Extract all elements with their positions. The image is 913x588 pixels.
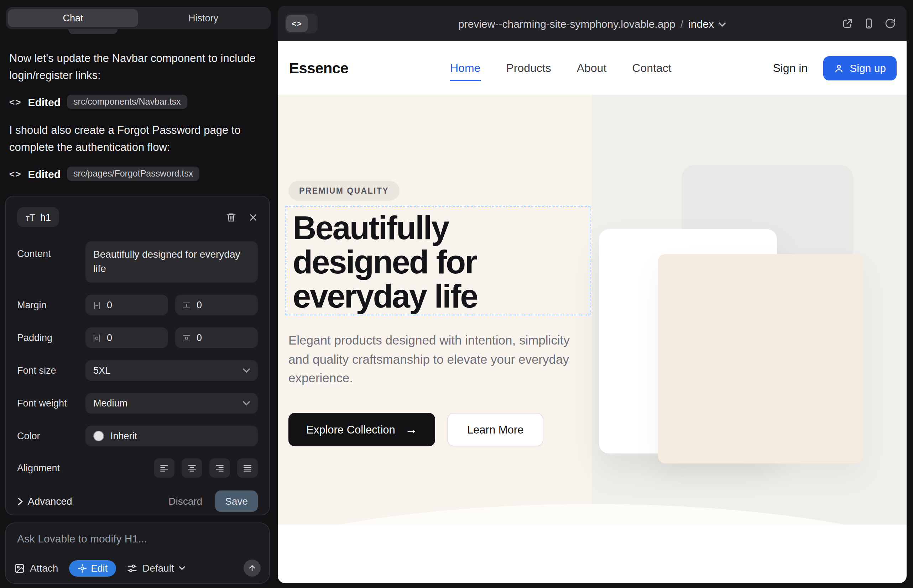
edited-file-row: <> Edited src/pages/ForgotPassword.tsx xyxy=(9,166,199,181)
align-right-button[interactable] xyxy=(209,459,230,478)
selected-element-outline[interactable]: Beautifully designed for everyday life xyxy=(286,206,590,315)
margin-horizontal-icon xyxy=(92,301,101,309)
font-size-select[interactable]: 5XL xyxy=(86,360,258,381)
padding-vertical-icon xyxy=(182,333,191,342)
align-justify-button[interactable] xyxy=(237,459,258,478)
site-brand[interactable]: Essence xyxy=(289,41,348,95)
content-input[interactable]: Beautifully designed for everyday life xyxy=(86,241,258,283)
chevron-down-icon xyxy=(179,566,186,570)
color-swatch xyxy=(93,431,104,441)
align-center-button[interactable] xyxy=(181,459,202,478)
url-path: index xyxy=(688,18,714,29)
refresh-icon[interactable] xyxy=(884,18,896,29)
text-size-icon: TT xyxy=(26,211,35,223)
url-separator: / xyxy=(680,18,683,29)
font-weight-label: Font weight xyxy=(17,398,86,409)
premium-badge: PREMIUM QUALITY xyxy=(288,181,400,201)
element-tag-label: h1 xyxy=(40,212,51,223)
app-root: Chat History Now let's update the Navbar… xyxy=(0,0,913,588)
element-tag-pill: TT h1 xyxy=(17,207,60,227)
margin-label: Margin xyxy=(17,300,86,310)
nav-link-products[interactable]: Products xyxy=(506,61,551,74)
color-label: Color xyxy=(17,431,86,441)
attach-button[interactable]: Attach xyxy=(14,562,58,574)
preview-browser-frame: <> preview--charming-site-symphony.lovab… xyxy=(278,6,907,583)
discard-button[interactable]: Discard xyxy=(168,496,202,507)
nav-link-home[interactable]: Home xyxy=(450,61,480,74)
alignment-label: Alignment xyxy=(17,463,86,473)
chat-history-tabs: Chat History xyxy=(6,7,270,29)
arrow-right-icon: → xyxy=(405,423,417,437)
padding-label: Padding xyxy=(17,333,86,343)
learn-more-button[interactable]: Learn More xyxy=(447,413,544,446)
chevron-down-icon xyxy=(243,401,250,406)
font-weight-select[interactable]: Medium xyxy=(86,393,258,414)
margin-x-input[interactable]: 0 xyxy=(86,295,168,315)
decorative-card-cream xyxy=(658,254,863,464)
chat-message: Now let's update the Navbar component to… xyxy=(9,50,271,83)
element-editor-panel: TT h1 Content Beautifully designed for e… xyxy=(5,196,270,515)
inspect-icon xyxy=(77,564,87,573)
tab-history[interactable]: History xyxy=(138,9,269,27)
nav-link-contact[interactable]: Contact xyxy=(632,61,671,74)
margin-y-input[interactable]: 0 xyxy=(175,295,258,315)
tab-chat[interactable]: Chat xyxy=(8,9,138,27)
nav-link-about[interactable]: About xyxy=(577,61,607,74)
chevron-down-icon xyxy=(243,368,250,373)
color-select[interactable]: Inherit xyxy=(86,426,258,446)
hero-subtext: Elegant products designed with intention… xyxy=(288,331,573,388)
delete-element-icon[interactable] xyxy=(226,212,236,223)
user-icon xyxy=(834,63,844,73)
url-bar[interactable]: preview--charming-site-symphony.lovable.… xyxy=(278,6,907,41)
content-label: Content xyxy=(17,241,86,259)
code-icon: <> xyxy=(9,168,21,179)
prompt-input[interactable] xyxy=(17,533,258,544)
padding-y-input[interactable]: 0 xyxy=(175,328,258,348)
send-button[interactable] xyxy=(244,559,261,577)
mobile-view-icon[interactable] xyxy=(863,18,874,29)
file-chip[interactable]: src/components/Navbar.tsx xyxy=(67,95,187,109)
site-navbar: Essence Home Products About Contact Sign… xyxy=(278,41,907,95)
hero-section: PREMIUM QUALITY Beautifully designed for… xyxy=(278,95,907,525)
code-icon: <> xyxy=(9,97,21,107)
sliders-icon xyxy=(127,563,138,573)
sign-in-link[interactable]: Sign in xyxy=(773,61,808,74)
site-viewport: Essence Home Products About Contact Sign… xyxy=(278,41,907,583)
image-icon xyxy=(14,563,25,573)
open-external-icon[interactable] xyxy=(842,18,853,29)
explore-collection-button[interactable]: Explore Collection → xyxy=(288,413,435,446)
margin-vertical-icon xyxy=(182,301,191,309)
font-size-label: Font size xyxy=(17,365,86,376)
file-chip[interactable]: src/pages/ForgotPassword.tsx xyxy=(67,166,199,181)
browser-chrome: <> preview--charming-site-symphony.lovab… xyxy=(278,6,907,41)
edited-label: Edited xyxy=(28,96,60,108)
padding-x-input[interactable]: 0 xyxy=(86,328,168,348)
save-button[interactable]: Save xyxy=(215,491,258,512)
url-host: preview--charming-site-symphony.lovable.… xyxy=(458,18,675,29)
edit-mode-button[interactable]: Edit xyxy=(69,560,116,576)
default-model-button[interactable]: Default xyxy=(127,562,186,574)
prompt-box: Attach Edit Default xyxy=(5,522,270,584)
chat-message: I should also create a Forgot Password p… xyxy=(9,122,271,155)
close-icon[interactable] xyxy=(249,213,258,222)
chevron-down-icon xyxy=(719,22,726,27)
edited-file-row: <> Edited src/components/Navbar.tsx xyxy=(9,95,187,109)
padding-horizontal-icon xyxy=(92,333,101,342)
sign-up-button[interactable]: Sign up xyxy=(823,56,897,80)
edited-label: Edited xyxy=(28,168,60,180)
advanced-toggle[interactable]: Advanced xyxy=(17,496,72,507)
align-left-button[interactable] xyxy=(154,459,175,478)
hero-headline[interactable]: Beautifully designed for everyday life xyxy=(286,207,590,313)
chat-panel: Chat History Now let's update the Navbar… xyxy=(0,0,277,588)
